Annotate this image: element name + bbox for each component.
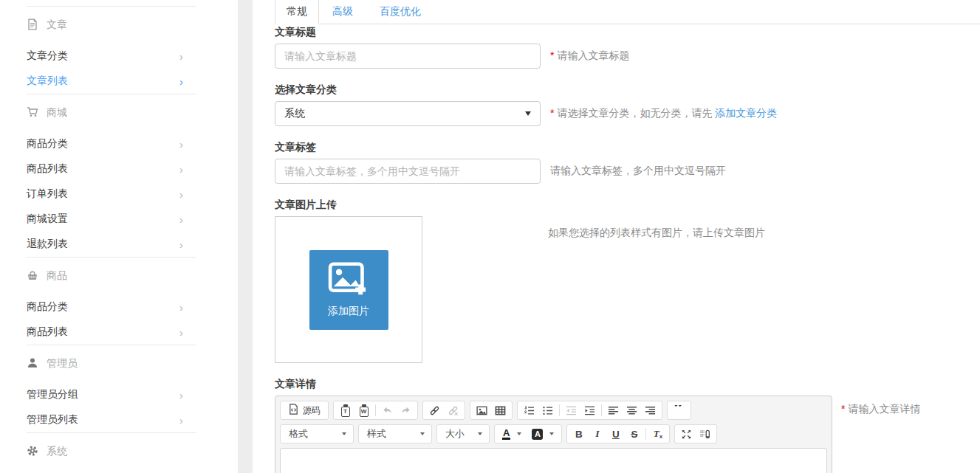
italic-button[interactable]: I	[588, 426, 606, 442]
article-tags-input[interactable]	[275, 159, 541, 184]
chevron-down-icon	[549, 432, 554, 435]
blockquote-icon: ”	[674, 405, 685, 415]
undo-button[interactable]	[378, 402, 397, 418]
remove-format-button[interactable]: Tx	[648, 426, 667, 442]
maximize-button[interactable]	[677, 426, 696, 442]
strike-button[interactable]: S	[625, 426, 643, 442]
undo-icon	[382, 405, 393, 416]
unlink-icon	[448, 405, 459, 416]
sidebar-item-article-categories[interactable]: 文章分类 ›	[27, 44, 196, 69]
image-upload-box[interactable]: 添加图片	[275, 216, 422, 363]
chevron-right-icon: ›	[179, 302, 183, 313]
sidebar-section-label: 系统	[47, 445, 67, 458]
bold-button[interactable]: B	[569, 426, 588, 442]
align-right-button[interactable]	[641, 402, 659, 418]
editor-toolbar-row-2: 格式 样式 大小 A A B I U S Tx	[280, 424, 827, 443]
unlink-button[interactable]	[444, 402, 462, 418]
article-title-label: 文章标题	[275, 24, 980, 39]
article-tags-label: 文章标签	[275, 139, 980, 154]
table-icon	[495, 405, 506, 416]
redo-button[interactable]	[397, 402, 415, 418]
tabbar-filler	[434, 0, 980, 24]
article-icon	[27, 18, 38, 32]
show-blocks-button[interactable]	[696, 426, 714, 442]
paste-word-button[interactable]: W	[354, 402, 373, 418]
sidebar-item-label: 商品分类	[27, 137, 68, 151]
align-center-button[interactable]	[623, 402, 641, 418]
sidebar-item-goods-list[interactable]: 商品列表 ›	[27, 320, 196, 345]
chevron-right-icon: ›	[179, 390, 183, 401]
sidebar-item-goods-categories[interactable]: 商品分类 ›	[27, 294, 196, 320]
editor-content-area[interactable]	[280, 448, 827, 473]
article-title-row: 文章标题 *请输入文章标题	[275, 24, 980, 69]
article-detail-hint: *请输入文章详情	[841, 396, 920, 416]
admin-icon	[27, 357, 38, 371]
page: 文章 文章分类 › 文章列表 › 商城 商品分类 › 商品列表 › 订单列表 ›…	[0, 0, 980, 473]
link-button[interactable]	[425, 402, 444, 418]
sidebar-section-mall: 商城	[27, 94, 196, 131]
sidebar-item-admin-list[interactable]: 管理员列表 ›	[27, 407, 196, 432]
sidebar-item-article-list[interactable]: 文章列表 ›	[27, 69, 196, 94]
paste-text-button[interactable]: T	[336, 402, 354, 418]
sidebar-item-product-categories[interactable]: 商品分类 ›	[27, 131, 196, 156]
insert-table-button[interactable]	[491, 402, 510, 418]
size-dropdown[interactable]: 大小	[436, 424, 490, 443]
sidebar-item-refund-list[interactable]: 退款列表 ›	[27, 232, 196, 257]
align-left-button[interactable]	[604, 402, 623, 418]
sidebar-section-label: 管理员	[47, 357, 78, 370]
sidebar-item-label: 退款列表	[27, 238, 68, 251]
sidebar-item-label: 管理员分组	[27, 388, 78, 401]
article-detail-label: 文章详情	[275, 376, 980, 391]
sidebar-item-label: 商品分类	[27, 300, 68, 314]
required-asterisk: *	[841, 403, 845, 415]
sidebar-item-admin-groups[interactable]: 管理员分组 ›	[27, 382, 196, 407]
styles-dropdown[interactable]: 样式	[358, 424, 432, 443]
outdent-icon	[566, 405, 577, 416]
bg-color-button[interactable]: A	[527, 426, 559, 442]
add-image-button[interactable]: 添加图片	[309, 250, 388, 330]
align-center-icon	[626, 405, 637, 416]
tab-baidu-seo[interactable]: 百度优化	[366, 0, 434, 24]
article-tags-row: 文章标签 请输入文章标签，多个用中文逗号隔开	[275, 139, 980, 184]
tab-advanced[interactable]: 高级	[319, 0, 366, 24]
insert-image-button[interactable]	[473, 402, 491, 418]
sidebar-item-label: 文章分类	[27, 49, 68, 63]
sidebar-item-product-list[interactable]: 商品列表 ›	[27, 156, 196, 182]
outdent-button[interactable]	[562, 402, 580, 418]
chevron-down-icon	[478, 432, 482, 435]
bulleted-list-button[interactable]	[538, 402, 557, 418]
chevron-down-icon	[342, 432, 346, 435]
align-right-icon	[645, 405, 656, 416]
bg-color-icon: A	[532, 429, 543, 440]
text-color-button[interactable]: A	[497, 426, 527, 442]
tab-general[interactable]: 常规	[275, 0, 319, 24]
sidebar-item-label: 订单列表	[27, 187, 68, 201]
sidebar-item-mall-settings[interactable]: 商城设置 ›	[27, 207, 196, 232]
indent-button[interactable]	[580, 402, 599, 418]
mall-icon	[27, 106, 38, 120]
article-title-input[interactable]	[275, 44, 541, 69]
add-category-link[interactable]: 添加文章分类	[715, 107, 777, 119]
select-arrow-icon	[525, 111, 531, 116]
sidebar-section-label: 商城	[47, 106, 67, 120]
source-code-icon	[288, 404, 299, 417]
source-button[interactable]: 源码	[283, 402, 326, 418]
sidebar-item-order-list[interactable]: 订单列表 ›	[27, 182, 196, 207]
article-image-hint: 如果您选择的列表样式有图片，请上传文章图片	[548, 216, 765, 240]
blockquote-button[interactable]: ”	[670, 402, 688, 418]
sidebar-item-basic-info[interactable]: 基本信息 ›	[27, 470, 196, 473]
sidebar-item-label: 管理员列表	[27, 413, 78, 427]
bulleted-list-icon	[542, 405, 553, 416]
chevron-down-icon	[517, 432, 521, 435]
editor-toolbar-row-1: 源码 T W	[280, 401, 827, 420]
category-select[interactable]: 系统	[275, 101, 541, 126]
sidebar-section-label: 文章	[47, 18, 67, 32]
paste-word-icon: W	[360, 407, 369, 417]
numbered-list-button[interactable]	[520, 402, 538, 418]
chevron-right-icon: ›	[179, 327, 183, 338]
add-image-icon	[328, 262, 369, 300]
align-left-icon	[608, 405, 619, 416]
underline-button[interactable]: U	[606, 426, 625, 442]
format-dropdown[interactable]: 格式	[280, 424, 354, 443]
main-content: 常规 高级 百度优化 文章标题 *请输入文章标题 选择文章分类 系统 *请选择文…	[253, 0, 980, 473]
